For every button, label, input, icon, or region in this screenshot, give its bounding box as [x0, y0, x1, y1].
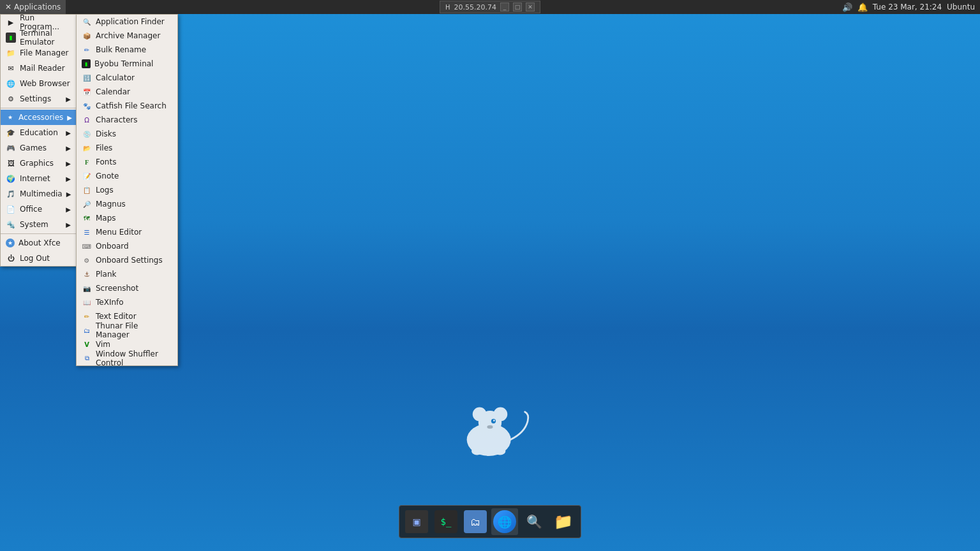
- submenu-menu-editor[interactable]: ☰ Menu Editor: [77, 225, 177, 239]
- screenshot-icon: 📷: [82, 283, 92, 293]
- dock-item-screen[interactable]: ▣: [403, 508, 430, 535]
- internet-icon: 🌍: [6, 173, 16, 184]
- svg-point-5: [493, 420, 495, 422]
- window-titlebar: H 20.55.20.74 _ □ ✕: [440, 1, 540, 13]
- close-button[interactable]: ✕: [526, 3, 535, 11]
- submenu-characters[interactable]: Ω Characters: [77, 113, 177, 127]
- app-finder-icon: 🔍: [82, 17, 92, 27]
- submenu-plank[interactable]: ⚓ Plank: [77, 267, 177, 281]
- submenu-thunar[interactable]: 🗂 Thunar File Manager: [77, 323, 177, 337]
- system-arrow: ▶: [66, 221, 71, 228]
- applications-menu-button[interactable]: ✕ Applications: [0, 0, 66, 14]
- submenu-bulk-rename[interactable]: ✏ Bulk Rename: [77, 43, 177, 57]
- menu-item-browser[interactable]: 🌐 Web Browser: [1, 76, 76, 91]
- run-icon: ▶: [6, 17, 16, 27]
- menu-editor-icon: ☰: [82, 227, 92, 237]
- calculator-icon: 🔢: [82, 73, 92, 83]
- filemanager-icon: 📁: [6, 48, 16, 58]
- browser-icon: 🌐: [6, 78, 16, 89]
- submenu-onboard[interactable]: ⌨ Onboard: [77, 239, 177, 253]
- menu-item-run-program[interactable]: ▶ Run Program...: [1, 15, 76, 30]
- notification-icon: 🔔: [858, 3, 868, 12]
- svg-point-6: [487, 425, 493, 429]
- texinfo-icon: 📖: [82, 297, 92, 307]
- about-icon: ★: [6, 239, 15, 247]
- menu-item-office[interactable]: 📄 Office ▶: [1, 202, 76, 217]
- settings-icon: ⚙: [6, 94, 16, 104]
- menu-item-mail[interactable]: ✉ Mail Reader: [1, 61, 76, 76]
- xfce-icon: ✕: [5, 3, 11, 11]
- terminal-dock-icon: $_: [434, 510, 457, 533]
- dock-item-terminal[interactable]: $_: [433, 508, 459, 535]
- menu-item-internet[interactable]: 🌍 Internet ▶: [1, 171, 76, 186]
- menu-item-system[interactable]: 🔩 System ▶: [1, 217, 76, 232]
- distro-label: Ubuntu: [947, 3, 975, 11]
- browser-dock-icon: 🌐: [493, 510, 516, 533]
- applications-label: Applications: [14, 3, 61, 11]
- menu-item-multimedia[interactable]: 🎵 Multimedia ▶: [1, 186, 76, 202]
- maximize-button[interactable]: □: [513, 3, 522, 11]
- terminal-icon: ▮: [6, 33, 16, 43]
- internet-arrow: ▶: [66, 175, 71, 182]
- archive-icon: 📦: [82, 31, 92, 41]
- svg-point-3: [493, 408, 507, 422]
- submenu-archive-manager[interactable]: 📦 Archive Manager: [77, 29, 177, 43]
- games-icon: 🎮: [6, 143, 16, 153]
- maps-icon: 🗺: [82, 213, 92, 223]
- submenu-fonts[interactable]: F Fonts: [77, 155, 177, 169]
- menu-item-settings[interactable]: ⚙ Settings ▶: [1, 91, 76, 107]
- submenu-logs[interactable]: 📋 Logs: [77, 183, 177, 197]
- menu-item-education[interactable]: 🎓 Education ▶: [1, 125, 76, 140]
- submenu-window-shuffler[interactable]: ⧉ Window Shuffler Control: [77, 351, 177, 365]
- submenu-gnote[interactable]: 📝 Gnote: [77, 169, 177, 183]
- submenu-onboard-settings[interactable]: ⚙ Onboard Settings: [77, 253, 177, 267]
- submenu-byobu[interactable]: ▮ Byobu Terminal: [77, 57, 177, 71]
- disks-icon: 💿: [82, 129, 92, 139]
- submenu-disks[interactable]: 💿 Disks: [77, 127, 177, 141]
- vim-icon: V: [82, 339, 92, 349]
- files-icon: 📂: [82, 143, 92, 153]
- submenu-calendar[interactable]: 📅 Calendar: [77, 85, 177, 99]
- office-arrow: ▶: [66, 206, 71, 213]
- top-panel: ✕ Applications H 20.55.20.74 _ □ ✕ 🔊 🔔 T…: [0, 0, 980, 14]
- minimize-button[interactable]: _: [500, 3, 509, 11]
- education-icon: 🎓: [6, 128, 16, 138]
- dock-item-files[interactable]: 🗂: [462, 508, 489, 535]
- submenu-files[interactable]: 📂 Files: [77, 141, 177, 155]
- submenu-maps[interactable]: 🗺 Maps: [77, 211, 177, 225]
- fonts-icon: F: [82, 157, 92, 167]
- settings-arrow: ▶: [66, 96, 71, 103]
- menu-item-graphics[interactable]: 🖼 Graphics ▶: [1, 156, 76, 171]
- menu-item-about-xfce[interactable]: ★ About Xfce: [1, 235, 76, 251]
- text-editor-icon: ✏: [82, 311, 92, 321]
- submenu-texinfo[interactable]: 📖 TeXInfo: [77, 295, 177, 309]
- menu-separator-1: [1, 108, 76, 108]
- graphics-icon: 🖼: [6, 158, 16, 168]
- svg-point-2: [473, 408, 487, 422]
- submenu-magnus[interactable]: 🔎 Magnus: [77, 197, 177, 211]
- dock-item-browser[interactable]: 🌐: [491, 508, 518, 535]
- panel-center: H 20.55.20.74 _ □ ✕: [440, 1, 540, 13]
- graphics-arrow: ▶: [66, 160, 71, 167]
- accessories-submenu: 🔍 Application Finder 📦 Archive Manager ✏…: [76, 14, 178, 366]
- onboard-icon: ⌨: [82, 241, 92, 251]
- magnus-icon: 🔎: [82, 199, 92, 209]
- office-icon: 📄: [6, 204, 16, 214]
- files-dock-icon: 🗂: [464, 510, 487, 533]
- panel-left: ✕ Applications: [0, 0, 837, 14]
- menu-item-games[interactable]: 🎮 Games ▶: [1, 140, 76, 156]
- plank-icon: ⚓: [82, 269, 92, 279]
- submenu-catfish[interactable]: 🐾 Catfish File Search: [77, 99, 177, 113]
- menu-item-terminal[interactable]: ▮ Terminal Emulator: [1, 30, 76, 45]
- panel-right: 🔊 🔔 Tue 23 Mar, 21:24 Ubuntu: [837, 3, 980, 12]
- volume-icon: 🔊: [842, 3, 852, 12]
- submenu-calculator[interactable]: 🔢 Calculator: [77, 71, 177, 85]
- games-arrow: ▶: [66, 145, 71, 152]
- menu-item-accessories[interactable]: ★ Accessories ▶: [1, 110, 76, 125]
- menu-item-filemanager[interactable]: 📁 File Manager: [1, 45, 76, 61]
- menu-item-logout[interactable]: ⏻ Log Out: [1, 251, 76, 266]
- submenu-app-finder[interactable]: 🔍 Application Finder: [77, 15, 177, 29]
- dock-item-search[interactable]: 🔍: [521, 508, 547, 535]
- submenu-screenshot[interactable]: 📷 Screenshot: [77, 281, 177, 295]
- dock-item-folder[interactable]: 📁: [550, 508, 577, 535]
